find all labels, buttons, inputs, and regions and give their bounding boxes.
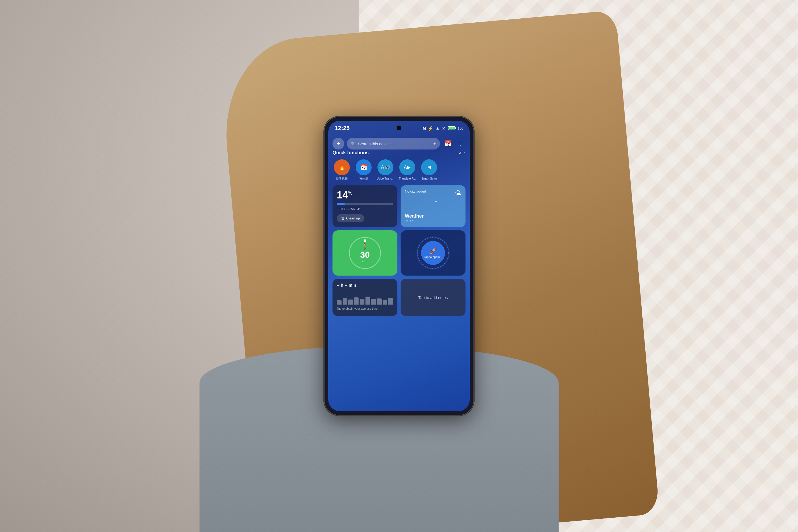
screentime-header: -- h -- min	[337, 283, 393, 288]
add-button[interactable]: +	[332, 138, 344, 150]
battery-fill	[449, 127, 455, 129]
quick-icon-circle-2: A🔊	[377, 159, 394, 175]
main-content: Quick functions All › 🔥 快手热榜 📅 万年历	[328, 150, 470, 411]
search-text: Search this device...	[358, 141, 431, 146]
bar-4	[354, 298, 359, 305]
screentime-note: Tap to obtain your app use time	[337, 307, 393, 311]
quick-icon-circle-3: A▶	[399, 159, 415, 175]
notes-widget[interactable]: Tap to add notes	[401, 279, 466, 316]
bar-3	[348, 300, 353, 305]
quick-icon-label-3: Translate P...	[399, 177, 416, 180]
quick-icon-2[interactable]: A🔊 Voice Trans...	[376, 159, 395, 181]
sparkle-icon: ✦	[433, 141, 436, 146]
steps-widget[interactable]: 🚶 30 21 m	[332, 230, 397, 276]
nfc-icon: 𝗡	[422, 126, 426, 131]
quick-icon-circle-1: 📅	[356, 159, 372, 175]
storage-bar	[337, 203, 393, 205]
phone-screen: 12:25 𝗡 ⚡ ▲ ✕ 100 + 🔍 Search this de	[328, 121, 470, 411]
optimize-text: Tap to optim...	[424, 255, 442, 259]
steps-count: 30	[360, 251, 370, 259]
bar-8	[377, 299, 382, 305]
bar-6	[365, 297, 370, 305]
optimize-inner: 🚀 Tap to optim...	[421, 241, 445, 265]
quick-icon-1[interactable]: 📅 万年历	[354, 159, 373, 181]
quick-icon-3[interactable]: A▶ Translate P...	[398, 159, 417, 181]
steps-ring: 🚶 30 21 m	[349, 237, 381, 269]
bar-9	[383, 300, 387, 305]
top-bar: + 🔍 Search this device... ✦ 📅 ⋮	[328, 136, 470, 152]
storage-percent: 14%	[337, 189, 393, 201]
quick-icon-0[interactable]: 🔥 快手热榜	[332, 159, 351, 181]
quick-icon-label-4: Smart Scan	[421, 177, 437, 180]
storage-detail: 38.3 GB/256 GB	[337, 207, 393, 211]
search-bar[interactable]: 🔍 Search this device... ✦	[347, 138, 440, 150]
screentime-widget[interactable]: -- h -- min	[332, 279, 397, 316]
storage-widget[interactable]: 14% 38.3 GB/256 GB 🗑 Clean up	[332, 185, 397, 227]
weather-cloud-icon: 🌤	[455, 189, 461, 197]
cleanup-button[interactable]: 🗑 Clean up	[337, 214, 364, 222]
weather-line: — —	[405, 207, 461, 211]
more-button[interactable]: ⋮	[455, 138, 466, 149]
bar-10	[388, 298, 393, 305]
storage-bar-fill	[337, 203, 345, 205]
status-icons: 𝗡 ⚡ ▲ ✕ 100	[422, 126, 463, 131]
weather-dots: — •	[405, 199, 461, 205]
cleanup-icon: 🗑	[341, 216, 344, 220]
screentime-bars	[337, 290, 393, 305]
quick-icons-row: 🔥 快手热榜 📅 万年历 A🔊 Voice Trans... A▶ Transl…	[332, 159, 466, 181]
phone-wrapper: 12:25 𝗡 ⚡ ▲ ✕ 100 + 🔍 Search this de	[324, 117, 474, 415]
quick-icon-circle-4: ⊞	[421, 159, 437, 175]
weather-top: No city added 🌤	[405, 189, 461, 197]
quick-icon-circle-0: 🔥	[334, 159, 350, 175]
bar-5	[360, 299, 364, 305]
steps-distance: 21 m	[362, 260, 368, 263]
steps-dot	[364, 240, 366, 242]
optimize-ring: 🚀 Tap to optim...	[416, 236, 450, 270]
bar-2	[343, 298, 347, 305]
phone-device: 12:25 𝗡 ⚡ ▲ ✕ 100 + 🔍 Search this de	[324, 117, 474, 415]
camera-hole	[397, 126, 401, 130]
notes-placeholder: Tap to add notes	[418, 295, 448, 300]
calendar-button[interactable]: 📅	[443, 138, 453, 149]
wifi-icon: ▲	[435, 126, 440, 131]
walk-icon: 🚶	[361, 243, 369, 250]
weather-no-city: No city added	[405, 189, 426, 193]
weather-label: Weather	[405, 213, 461, 219]
optimize-widget[interactable]: 🚀 Tap to optim...	[401, 230, 466, 276]
signal-icon: ✕	[442, 126, 445, 131]
bluetooth-icon: ⚡	[428, 126, 433, 131]
bar-7	[371, 299, 376, 305]
battery-icon	[448, 126, 455, 130]
status-time: 12:25	[335, 125, 349, 132]
search-icon: 🔍	[350, 141, 356, 146]
quick-icon-label-2: Voice Trans...	[377, 177, 395, 180]
weather-temp: -℃/-℃	[405, 219, 461, 223]
quick-icon-label-1: 万年历	[359, 177, 368, 181]
battery-label: 100	[457, 126, 463, 130]
weather-widget[interactable]: No city added 🌤 — • — — Weather -℃/-℃	[401, 185, 466, 227]
quick-icon-label-0: 快手热榜	[336, 177, 348, 181]
widget-grid: 14% 38.3 GB/256 GB 🗑 Clean up	[332, 185, 466, 316]
quick-icon-4[interactable]: ⊞ Smart Scan	[420, 159, 438, 181]
bar-1	[337, 300, 342, 305]
rocket-icon: 🚀	[430, 247, 437, 254]
cleanup-label: Clean up	[346, 216, 360, 220]
